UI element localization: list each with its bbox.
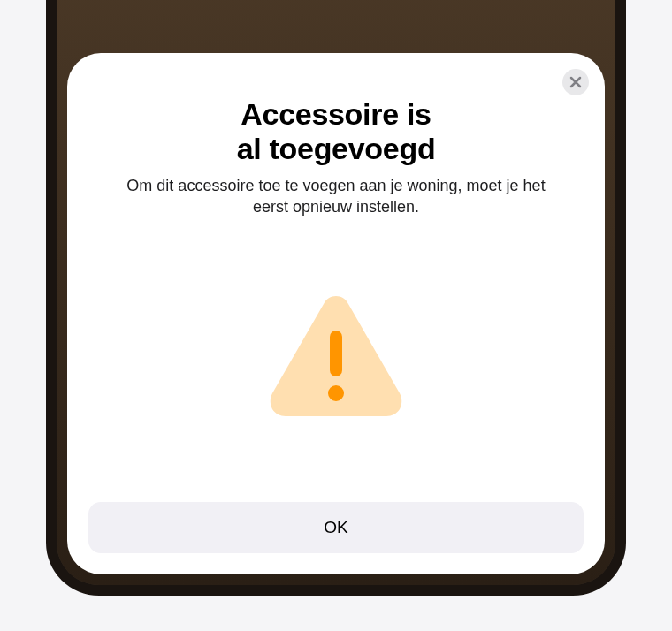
svg-rect-0 bbox=[330, 331, 342, 376]
dialog-title-line1: Accessoire is bbox=[241, 97, 431, 131]
alert-dialog: Accessoire is al toegevoegd Om dit acces… bbox=[67, 53, 605, 574]
close-icon bbox=[569, 76, 582, 88]
warning-triangle-icon bbox=[265, 289, 407, 422]
close-button[interactable] bbox=[562, 69, 589, 95]
dialog-title: Accessoire is al toegevoegd bbox=[237, 97, 436, 166]
warning-icon-container bbox=[265, 209, 407, 502]
phone-frame: Accessoire is al toegevoegd Om dit acces… bbox=[46, 0, 626, 596]
dialog-title-line2: al toegevoegd bbox=[237, 132, 436, 165]
phone-screen: Accessoire is al toegevoegd Om dit acces… bbox=[57, 0, 615, 585]
svg-point-1 bbox=[328, 385, 344, 401]
ok-button[interactable]: OK bbox=[88, 502, 584, 553]
